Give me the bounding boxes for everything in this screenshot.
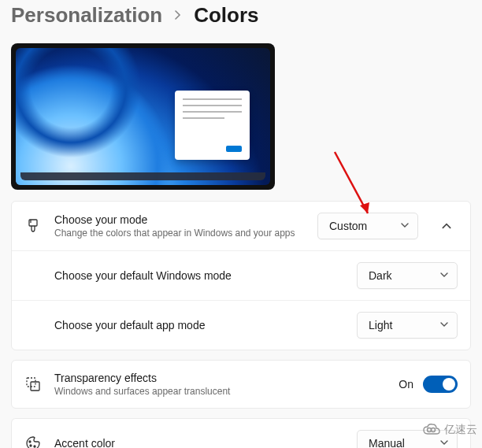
chevron-right-icon bbox=[173, 9, 183, 23]
breadcrumb-parent[interactable]: Personalization bbox=[11, 3, 162, 28]
accent-title: Accent color bbox=[54, 437, 344, 448]
transparency-toggle[interactable] bbox=[423, 376, 458, 393]
chevron-down-icon bbox=[400, 220, 410, 232]
svg-point-3 bbox=[29, 441, 31, 442]
chevron-down-icon bbox=[439, 269, 449, 282]
theme-preview bbox=[11, 43, 275, 190]
watermark-text: 亿速云 bbox=[444, 423, 477, 437]
transparency-icon bbox=[24, 376, 42, 392]
svg-point-5 bbox=[34, 446, 35, 447]
collapse-button[interactable] bbox=[436, 215, 458, 237]
page-title: Colors bbox=[194, 3, 258, 28]
choose-mode-row: Choose your mode Change the colors that … bbox=[12, 202, 470, 250]
transparency-row: Transparency effects Windows and surface… bbox=[12, 361, 470, 408]
choose-mode-title: Choose your mode bbox=[54, 213, 305, 226]
app-mode-select[interactable]: Light bbox=[357, 312, 458, 339]
brush-icon bbox=[24, 218, 42, 234]
app-mode-value: Light bbox=[369, 319, 392, 331]
transparency-desc: Windows and surfaces appear translucent bbox=[54, 386, 386, 397]
accent-row: Accent color Manual bbox=[12, 419, 470, 448]
app-mode-row: Choose your default app mode Light bbox=[12, 300, 470, 350]
transparency-state-label: On bbox=[399, 378, 413, 391]
chevron-down-icon bbox=[439, 319, 449, 331]
cloud-icon bbox=[422, 423, 441, 437]
svg-point-8 bbox=[428, 428, 432, 432]
wallpaper-preview bbox=[16, 48, 270, 185]
window-mockup bbox=[175, 91, 250, 160]
svg-point-9 bbox=[432, 428, 436, 432]
windows-mode-title: Choose your default Windows mode bbox=[54, 269, 344, 282]
transparency-title: Transparency effects bbox=[54, 372, 386, 384]
app-mode-title: Choose your default app mode bbox=[54, 319, 344, 331]
transparency-card: Transparency effects Windows and surface… bbox=[11, 360, 471, 409]
watermark: 亿速云 bbox=[422, 423, 477, 437]
svg-point-4 bbox=[30, 445, 32, 446]
chevron-down-icon bbox=[439, 437, 449, 448]
mode-select-value: Custom bbox=[329, 220, 367, 232]
windows-mode-row: Choose your default Windows mode Dark bbox=[12, 250, 470, 300]
accent-card: Accent color Manual bbox=[11, 418, 471, 448]
windows-mode-value: Dark bbox=[369, 269, 392, 282]
mode-select[interactable]: Custom bbox=[317, 213, 418, 239]
palette-icon bbox=[24, 435, 42, 448]
windows-mode-select[interactable]: Dark bbox=[357, 262, 458, 289]
taskbar-preview bbox=[20, 172, 265, 180]
breadcrumb: Personalization Colors bbox=[0, 0, 482, 43]
accent-select-value: Manual bbox=[369, 437, 405, 448]
mode-card: Choose your mode Change the colors that … bbox=[11, 201, 471, 350]
choose-mode-desc: Change the colors that appear in Windows… bbox=[54, 228, 305, 239]
